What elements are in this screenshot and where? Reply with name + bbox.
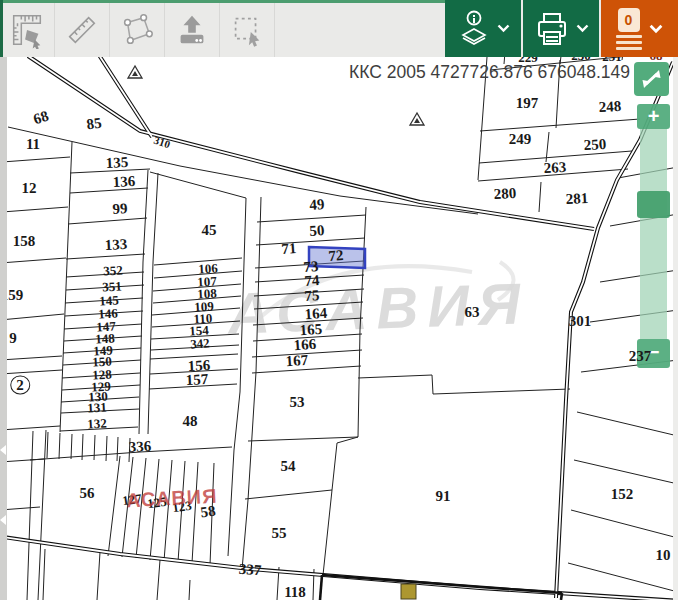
parcel-label-49[interactable]: 49 (309, 196, 325, 214)
printer-icon (534, 10, 570, 48)
parcel-label-167[interactable]: 167 (285, 352, 309, 371)
left-edge-strip (0, 57, 7, 600)
polygon-icon (118, 11, 156, 49)
marquee-select-icon (228, 11, 266, 49)
expand-fullscreen-button[interactable] (634, 62, 669, 96)
parcel-label-197[interactable]: 197 (516, 95, 539, 112)
chevron-down-icon (576, 24, 589, 33)
parcel-label-281[interactable]: 281 (565, 190, 588, 208)
measure-distance-button[interactable] (55, 3, 110, 57)
parcel-label-9[interactable]: 9 (9, 330, 17, 347)
parcel-label-45[interactable]: 45 (202, 222, 217, 239)
parcel-label-2[interactable]: 2 (10, 376, 30, 395)
parcel-label-157[interactable]: 157 (185, 371, 208, 389)
chevron-down-icon (649, 24, 663, 34)
export-upload-button[interactable] (165, 3, 220, 57)
parcel-label-85[interactable]: 85 (85, 115, 102, 134)
parcel-label-152[interactable]: 152 (611, 486, 634, 503)
parcel-label-135[interactable]: 135 (105, 154, 128, 172)
selection-count-badge: 0 (618, 8, 640, 32)
toolbar-spacer (275, 3, 445, 57)
measure-area-button[interactable] (0, 3, 55, 57)
diagonal-arrows-icon (634, 62, 669, 96)
map-viewport[interactable]: АСАВИЯ (0, 0, 678, 600)
parcel-label-75[interactable]: 75 (304, 287, 320, 305)
cadastral-map-application: АСАВИЯ (0, 0, 678, 600)
chevron-down-icon (497, 24, 510, 33)
list-stack-icon: 0 (617, 8, 641, 50)
parcel-label-336[interactable]: 336 (128, 438, 151, 456)
parcel-label-50[interactable]: 50 (309, 222, 325, 240)
parcel-label-342[interactable]: 342 (190, 335, 211, 353)
parcel-label-99[interactable]: 99 (112, 200, 128, 218)
watermark-red: АСАВИЯ (125, 485, 218, 513)
parcel-label-11[interactable]: 11 (26, 136, 40, 153)
parcel-label-237[interactable]: 237 (629, 348, 652, 365)
building-marker (401, 584, 416, 599)
edge-arrow-icon (0, 515, 6, 525)
bold-parcel-border (320, 575, 562, 600)
draw-polygon-button[interactable] (110, 3, 165, 57)
parcel-label-337[interactable]: 337 (238, 561, 262, 580)
parcel-label-250[interactable]: 250 (583, 136, 606, 154)
zoom-in-button[interactable]: + (637, 104, 670, 129)
upload-icon (173, 11, 211, 49)
parcel-label-71[interactable]: 71 (281, 240, 297, 258)
toolbar: 0 (0, 0, 678, 57)
zoom-slider-handle[interactable] (637, 191, 670, 218)
parcel-label-72-selected[interactable]: 72 (328, 247, 344, 265)
parcel-label-133[interactable]: 133 (104, 236, 127, 254)
parcel-label-249[interactable]: 249 (509, 131, 532, 148)
parcel-label-132[interactable]: 132 (87, 416, 107, 433)
parcel-label-263[interactable]: 263 (543, 159, 566, 177)
print-button[interactable] (523, 0, 601, 57)
parcel-label-10[interactable]: 10 (656, 547, 671, 564)
parcel-label-63[interactable]: 63 (465, 304, 480, 321)
ruler-icon (63, 11, 101, 49)
parcel-label-158[interactable]: 158 (13, 233, 36, 250)
parcel-label-248[interactable]: 248 (598, 98, 621, 116)
parcel-label-91[interactable]: 91 (436, 488, 451, 505)
parcel-label-136[interactable]: 136 (112, 173, 135, 191)
area-ruler-icon (8, 11, 46, 49)
parcel-label-301[interactable]: 301 (569, 313, 592, 330)
right-edge-strip (673, 57, 678, 600)
edge-arrow-icon (0, 445, 6, 455)
parcel-label-48[interactable]: 48 (183, 413, 198, 430)
parcel-label-53[interactable]: 53 (290, 394, 305, 411)
info-layers-icon (457, 9, 491, 49)
zoom-slider-track[interactable] (640, 129, 667, 339)
parcel-label-56[interactable]: 56 (80, 485, 95, 502)
parcel-label-54[interactable]: 54 (281, 458, 296, 475)
parcel-label-352[interactable]: 352 (103, 263, 123, 280)
parcel-label-118[interactable]: 118 (284, 584, 306, 600)
selection-counter-button[interactable]: 0 (601, 0, 678, 57)
coordinate-readout: ККС 2005 4727726.876 676048.149 (349, 62, 630, 83)
parcel-label-12[interactable]: 12 (22, 180, 37, 197)
layers-info-button[interactable] (445, 0, 523, 57)
select-region-button[interactable] (220, 3, 275, 57)
parcel-label-55[interactable]: 55 (272, 525, 287, 542)
parcel-label-280[interactable]: 280 (493, 185, 516, 203)
parcel-label-131[interactable]: 131 (87, 400, 107, 417)
